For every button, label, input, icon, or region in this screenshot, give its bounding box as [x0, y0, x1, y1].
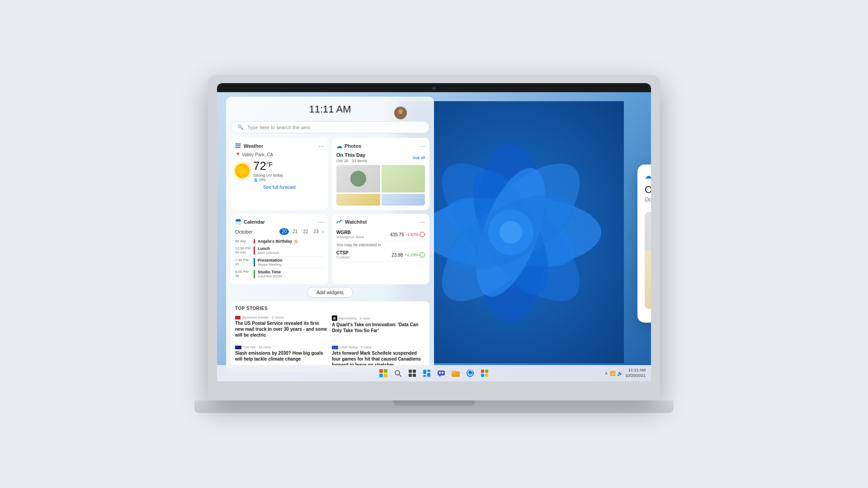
taskbar-explorer[interactable] [450, 367, 462, 379]
event-pres-duration: 1h [235, 262, 251, 266]
svg-rect-13 [237, 143, 239, 145]
taskbar-chat[interactable] [435, 367, 447, 379]
taskbar-wifi[interactable]: 📶 [610, 371, 615, 376]
stock-row-ctsp[interactable]: CTSP Contoso 23.98 +2.23% [336, 249, 425, 262]
windows-logo [379, 369, 387, 377]
widget-row-2: Calendar ··· October 20 21 22 [231, 214, 429, 284]
laptop-notch [393, 400, 475, 406]
svg-line-40 [399, 375, 401, 376]
calendar-title: Calendar [244, 219, 265, 225]
photos-menu[interactable]: ··· [420, 142, 425, 150]
svg-rect-49 [438, 371, 445, 375]
calendar-event-allday: All day Angela's Birthday 🎂 [235, 238, 324, 245]
svg-rect-24 [239, 219, 240, 221]
svg-rect-43 [409, 374, 412, 377]
photos-expanded-cloud-icon: ☁ [645, 172, 651, 180]
event-allday-time: All day [235, 239, 251, 244]
calendar-next[interactable]: › [322, 229, 324, 234]
weather-location: 📍 Valley Park, CA [235, 152, 324, 157]
event-studio-title: Studio Time [258, 270, 282, 274]
svg-point-11 [398, 109, 403, 114]
taskbar-sys-icons: ∧ 📶 🔊 [605, 371, 623, 376]
stock-wgrb-change: -1.67% [406, 232, 425, 237]
add-widgets-container: Add widgets [231, 287, 429, 298]
weather-widget[interactable]: Weather ··· 📍 Valley Park, CA [231, 138, 328, 210]
calendar-widget[interactable]: Calendar ··· October 20 21 22 [231, 214, 328, 284]
stock-row-wgrb[interactable]: WGRB Woodgrove Bank 435.75 -1.67% [336, 228, 425, 241]
svg-rect-14 [239, 143, 241, 145]
photos-expanded-header: ☁ Photos ··· [645, 172, 651, 180]
watchlist-menu[interactable]: ··· [420, 218, 425, 225]
photo-thumb-3[interactable] [336, 194, 380, 206]
taskbar-volume[interactable]: 🔊 [617, 371, 623, 376]
expanded-photo-1[interactable] [645, 212, 651, 309]
event-studio-loc: Conf Rm 32/35 [258, 274, 282, 278]
calendar-month-row: October 20 21 22 23 › [235, 228, 324, 235]
svg-rect-45 [423, 370, 426, 374]
search-placeholder: Type here to search the web [247, 125, 310, 130]
svg-rect-42 [413, 370, 416, 373]
stock-ctsp-ticker: CTSP [336, 250, 350, 255]
watchlist-suggestion-label: You may be interested in [336, 241, 425, 249]
news-item-2[interactable]: B Bloomberg · 3 mins A Quant's Take on I… [332, 314, 425, 340]
photos-see-all[interactable]: See all [412, 155, 425, 160]
taskbar-datetime[interactable]: 11:11 AM 10/20/2021 [625, 368, 646, 378]
news-source-name-2: Bloomberg · 3 mins [339, 316, 370, 320]
watchlist-widget[interactable]: Watchlist ··· WGRB Woodgrove Bank [332, 214, 429, 284]
svg-rect-47 [427, 373, 430, 377]
photos-expanded-date: Oct 20 · 33 items [645, 197, 651, 203]
taskbar-edge[interactable] [464, 367, 476, 379]
news-source-2: B Bloomberg · 3 mins [332, 315, 425, 321]
event-studio-indicator [254, 270, 255, 278]
widgets-panel: 11:11 AM 🔍 Typ [226, 97, 434, 372]
svg-rect-15 [236, 145, 237, 146]
news-item-1[interactable]: Business Insider · 2 hours The US Postal… [235, 314, 328, 340]
svg-rect-58 [485, 374, 488, 377]
calendar-event-lunch: 12:00 PM 30 min Lunch Alex Johnson [235, 245, 324, 257]
event-pres-title: Presentation [258, 258, 283, 263]
news-source-name-1: Business Insider · 2 hours [242, 315, 284, 319]
stock-wgrb-indicator [420, 232, 425, 237]
event-lunch-duration: 30 min [235, 250, 251, 254]
taskbar: ∧ 📶 🔊 11:11 AM 10/20/2021 [217, 365, 651, 381]
bi-icon [235, 316, 241, 319]
taskbar-widgets[interactable] [421, 367, 433, 379]
weather-icon [235, 143, 241, 149]
photo-thumb-1[interactable] [336, 165, 380, 192]
news-section-title: TOP STORIES [235, 306, 425, 311]
taskbar-store[interactable] [479, 367, 491, 379]
screen-bezel: 11:11 AM 🔍 Typ [217, 83, 651, 381]
watchlist-icon [336, 219, 343, 225]
weather-forecast-link[interactable]: See full forecast [235, 185, 324, 190]
search-bar[interactable]: 🔍 Type here to search the web [231, 121, 429, 133]
weather-menu[interactable]: ··· [318, 142, 324, 150]
taskbar-tray: ∧ 📶 🔊 11:11 AM 10/20/2021 [605, 368, 646, 378]
news-title-1: The US Postal Service revealed its first… [235, 320, 328, 338]
photos-widget[interactable]: ☁ Photos ··· On This Day Oct 20 · 33 ite… [332, 138, 429, 210]
svg-rect-55 [481, 370, 484, 373]
photos-widget-title: Photos [344, 143, 361, 149]
taskbar-center [377, 367, 491, 379]
taskbar-search[interactable] [392, 367, 404, 379]
taskbar-up-arrow[interactable]: ∧ [605, 371, 608, 375]
add-widgets-button[interactable]: Add widgets [307, 287, 353, 298]
bloomberg-icon: B [332, 315, 337, 321]
photo-thumb-4[interactable] [382, 194, 425, 206]
calendar-menu[interactable]: ··· [318, 218, 324, 225]
news-title-2: A Quant's Take on Innovation: 'Data Can … [332, 322, 425, 333]
start-button[interactable] [377, 367, 389, 379]
event-studio-time: 6:00 PM [235, 270, 251, 274]
profile-icon[interactable] [394, 107, 407, 119]
webcam [432, 87, 436, 90]
photos-expanded-section: On This Day [645, 184, 651, 196]
watchlist-title: Watchlist [345, 219, 367, 225]
news-source-3: The Hill · 18 mins [235, 345, 328, 349]
photo-thumb-2[interactable] [382, 165, 425, 192]
svg-rect-16 [237, 145, 239, 146]
taskbar-taskview[interactable] [406, 367, 418, 379]
news-source-name-3: The Hill · 18 mins [243, 345, 271, 349]
stock-ctsp-price: 23.98 [392, 253, 403, 258]
calendar-date-23: 23 [312, 228, 321, 235]
news-section: TOP STORIES Business Insider · 2 hours T… [231, 301, 429, 372]
svg-rect-22 [236, 220, 241, 221]
